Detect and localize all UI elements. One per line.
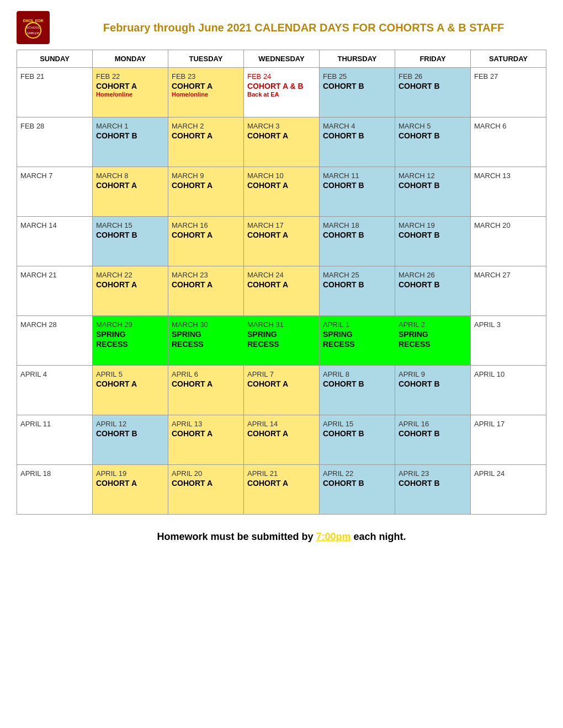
calendar-cell: MARCH 13	[471, 167, 546, 217]
calendar-cell: FEB 22COHORT AHome/online	[93, 68, 168, 117]
calendar-cell: FEB 23COHORT AHome/online	[168, 68, 244, 117]
cell-date-label: APRIL 3	[474, 320, 543, 329]
cell-sublabel2: RECESS	[172, 340, 240, 349]
cell-cohort-label: COHORT B	[399, 280, 467, 289]
calendar-cell: MARCH 23COHORT A	[168, 266, 244, 316]
calendar-cell: MARCH 11COHORT B	[320, 167, 395, 217]
cell-cohort-label: COHORT B	[399, 82, 467, 90]
calendar-cell: FEB 28	[17, 117, 93, 167]
calendar-cell: APRIL 22COHORT B	[320, 465, 395, 515]
cell-date-label: FEB 27	[474, 72, 543, 81]
calendar-cell: APRIL 23COHORT B	[395, 465, 471, 515]
svg-text:EMBLEM: EMBLEM	[27, 31, 39, 35]
calendar-row: FEB 21FEB 22COHORT AHome/onlineFEB 23COH…	[17, 68, 546, 117]
day-header: WEDNESDAY	[244, 50, 320, 68]
cell-date-label: APRIL 7	[247, 370, 316, 378]
cell-date-label: APRIL 19	[96, 469, 164, 478]
calendar-cell: APRIL 9COHORT B	[395, 366, 471, 415]
cell-date-label: APRIL 6	[172, 370, 240, 378]
calendar-cell: MARCH 3COHORT A	[244, 117, 320, 167]
cell-cohort-label: COHORT A	[247, 280, 316, 289]
svg-text:EMOL EOR: EMOL EOR	[23, 19, 43, 23]
cell-sublabel2: RECESS	[96, 340, 164, 349]
cell-date-label: MARCH 25	[323, 271, 391, 279]
cell-date-label: MARCH 3	[247, 122, 316, 130]
cell-date-label: APRIL 10	[474, 370, 543, 378]
calendar-cell: MARCH 5COHORT B	[395, 117, 471, 167]
cell-cohort-label: COHORT B	[399, 479, 467, 488]
cell-cohort-label: COHORT A	[172, 379, 240, 388]
cell-cohort-label: COHORT A	[96, 379, 164, 388]
calendar-cell: FEB 25COHORT B	[320, 68, 395, 117]
cell-cohort-label: COHORT B	[399, 379, 467, 388]
cell-date-label: MARCH 18	[323, 221, 391, 229]
cell-cohort-label: SPRING	[172, 330, 240, 339]
cell-date-label: MARCH 2	[172, 122, 240, 130]
cell-date-label: MARCH 24	[247, 271, 316, 279]
footer-text-before: Homework must be submitted by	[157, 531, 316, 542]
cell-cohort-label: COHORT B	[96, 231, 164, 239]
cell-date-label: MARCH 31	[247, 320, 316, 329]
cell-cohort-label: COHORT B	[399, 181, 467, 190]
cell-date-label: FEB 28	[20, 122, 89, 130]
cell-cohort-label: COHORT A	[96, 181, 164, 190]
calendar-table: SUNDAYMONDAYTUESDAYWEDNESDAYTHURSDAYFRID…	[17, 50, 546, 515]
calendar-cell: FEB 27	[471, 68, 546, 117]
cell-cohort-label: COHORT B	[323, 181, 391, 190]
calendar-row: APRIL 4APRIL 5COHORT AAPRIL 6COHORT AAPR…	[17, 366, 546, 415]
cell-date-label: MARCH 14	[20, 221, 89, 229]
cell-cohort-label: COHORT A	[172, 280, 240, 289]
cell-cohort-label: COHORT A	[247, 131, 316, 140]
cell-cohort-label: COHORT A	[96, 479, 164, 488]
cell-date-label: MARCH 7	[20, 172, 89, 180]
calendar-cell: APRIL 19COHORT A	[93, 465, 168, 515]
calendar-cell: APRIL 24	[471, 465, 546, 515]
calendar-cell: APRIL 4	[17, 366, 93, 415]
cell-cohort-label: COHORT A	[247, 479, 316, 488]
cell-date-label: APRIL 16	[399, 420, 467, 428]
calendar-cell: MARCH 31SPRINGRECESS	[244, 316, 320, 366]
calendar-cell: MARCH 27	[471, 266, 546, 316]
calendar-cell: MARCH 2COHORT A	[168, 117, 244, 167]
footer-time: 7:00pm	[316, 531, 351, 542]
calendar-cell: MARCH 26COHORT B	[395, 266, 471, 316]
cell-date-label: APRIL 13	[172, 420, 240, 428]
cell-cohort-label: COHORT A	[172, 429, 240, 438]
cell-date-label: MARCH 21	[20, 271, 89, 279]
calendar-cell: MARCH 1COHORT B	[93, 117, 168, 167]
cell-date-label: APRIL 9	[399, 370, 467, 378]
cell-cohort-label: COHORT A	[247, 379, 316, 388]
cell-cohort-label: COHORT A & B	[247, 82, 316, 90]
cell-cohort-label: COHORT A	[247, 181, 316, 190]
cell-cohort-label: COHORT A	[247, 231, 316, 239]
cell-date-label: MARCH 1	[96, 122, 164, 130]
cell-sublabel: Home/online	[172, 91, 240, 98]
day-header: FRIDAY	[395, 50, 471, 68]
cell-date-label: APRIL 8	[323, 370, 391, 378]
calendar-cell: MARCH 19COHORT B	[395, 217, 471, 266]
cell-cohort-label: COHORT B	[323, 280, 391, 289]
calendar-cell: MARCH 7	[17, 167, 93, 217]
svg-text:SCHOOL: SCHOOL	[26, 26, 40, 29]
cell-cohort-label: COHORT A	[172, 82, 240, 90]
cell-date-label: APRIL 20	[172, 469, 240, 478]
cell-date-label: APRIL 21	[247, 469, 316, 478]
calendar-cell: APRIL 8COHORT B	[320, 366, 395, 415]
cell-cohort-label: COHORT B	[399, 131, 467, 140]
cell-date-label: MARCH 15	[96, 221, 164, 229]
calendar-cell: FEB 24COHORT A & BBack at EA	[244, 68, 320, 117]
calendar-cell: MARCH 24COHORT A	[244, 266, 320, 316]
cell-date-label: MARCH 30	[172, 320, 240, 329]
cell-sublabel2: RECESS	[399, 340, 467, 349]
calendar-cell: FEB 21	[17, 68, 93, 117]
calendar-cell: MARCH 10COHORT A	[244, 167, 320, 217]
calendar-cell: MARCH 15COHORT B	[93, 217, 168, 266]
cell-cohort-label: COHORT A	[172, 231, 240, 239]
cell-date-label: MARCH 4	[323, 122, 391, 130]
calendar-cell: MARCH 8COHORT A	[93, 167, 168, 217]
cell-date-label: MARCH 17	[247, 221, 316, 229]
cell-date-label: MARCH 6	[474, 122, 543, 130]
calendar-cell: MARCH 28	[17, 316, 93, 366]
cell-cohort-label: COHORT A	[96, 82, 164, 90]
calendar-cell: APRIL 20COHORT A	[168, 465, 244, 515]
